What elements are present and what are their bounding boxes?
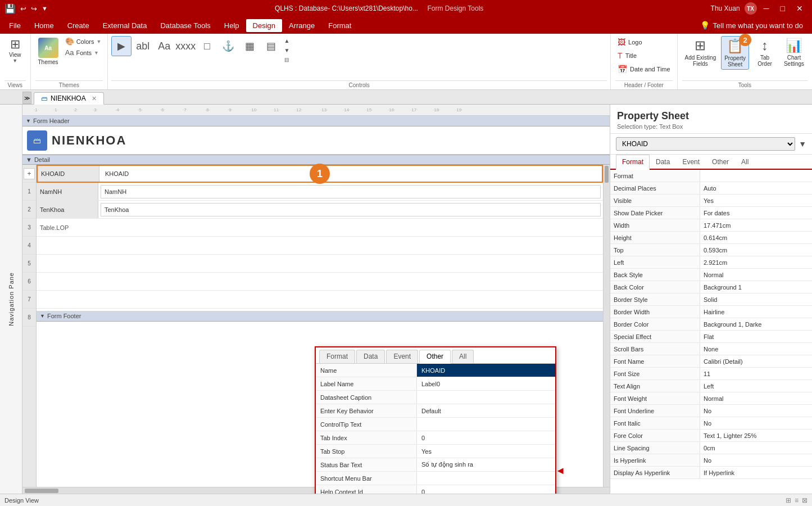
- hyperlink-ctrl-btn[interactable]: ⚓: [218, 36, 238, 56]
- undo-btn[interactable]: ↩: [20, 4, 26, 13]
- ps-tab-other[interactable]: Other: [706, 155, 735, 170]
- ps-row-13[interactable]: Special Effect Flat: [610, 331, 812, 343]
- redo-btn[interactable]: ↪: [31, 4, 37, 13]
- menu-create[interactable]: Create: [61, 19, 96, 32]
- themes-btn[interactable]: Aa Themes: [35, 36, 61, 67]
- popup-value-shortcut[interactable]: [417, 472, 555, 485]
- select-ctrl-btn[interactable]: ▶: [111, 36, 131, 56]
- menu-dbtools[interactable]: Database Tools: [153, 19, 217, 32]
- popup-value-enterkeyb[interactable]: Default: [417, 404, 555, 417]
- tab-ctrl-btn[interactable]: □: [197, 36, 217, 56]
- popup-value-tabidx[interactable]: 0: [417, 431, 555, 444]
- ps-row-18[interactable]: Font Weight Normal: [610, 392, 812, 405]
- ps-row-23[interactable]: Is Hyperlink No: [610, 454, 812, 467]
- customize-btn[interactable]: ▼: [42, 5, 48, 12]
- text-ctrl-btn[interactable]: abl: [133, 36, 153, 56]
- popup-row-labelname[interactable]: Label Name Label0: [316, 377, 555, 391]
- ps-value-11[interactable]: Hairline: [700, 306, 812, 318]
- add-field-btn[interactable]: +: [24, 168, 35, 179]
- ps-value-15[interactable]: Calibri (Detail): [700, 355, 812, 367]
- ps-value-17[interactable]: Left: [700, 380, 812, 392]
- ps-row-16[interactable]: Font Size 11: [610, 368, 812, 380]
- tab-order-btn[interactable]: ↕ TabOrder: [751, 36, 778, 69]
- ps-value-4[interactable]: 17.471cm: [700, 219, 812, 231]
- popup-tab-format[interactable]: Format: [319, 350, 355, 363]
- ps-row-15[interactable]: Font Name Calibri (Detail): [610, 355, 812, 368]
- popup-tab-data[interactable]: Data: [356, 350, 385, 363]
- ps-value-3[interactable]: For dates: [700, 207, 812, 219]
- ps-value-20[interactable]: No: [700, 417, 812, 429]
- ps-dropdown-btn[interactable]: ▼: [799, 139, 806, 148]
- popup-tab-other[interactable]: Other: [419, 350, 451, 364]
- ps-value-10[interactable]: Solid: [700, 293, 812, 305]
- field-value-khoaid-0[interactable]: KHOAID: [102, 167, 600, 180]
- ps-row-7[interactable]: Left 2.921cm: [610, 256, 812, 269]
- popup-value-labelname[interactable]: Label0: [417, 377, 555, 390]
- popup-value-caption[interactable]: [417, 391, 555, 404]
- ps-row-2[interactable]: Visible Yes: [610, 195, 812, 207]
- colors-btn[interactable]: 🎨 Colors ▼: [63, 36, 103, 47]
- logo-btn[interactable]: 🖼 Logo: [615, 36, 673, 48]
- ps-value-22[interactable]: 0cm: [700, 442, 812, 454]
- ps-value-5[interactable]: 0.614cm: [700, 232, 812, 243]
- add-existing-btn[interactable]: ⊞ Add ExistingFields: [682, 36, 719, 69]
- ps-value-16[interactable]: 11: [700, 368, 812, 379]
- ps-row-6[interactable]: Top 0.593cm: [610, 244, 812, 256]
- ps-value-1[interactable]: Auto: [700, 182, 812, 194]
- ps-value-12[interactable]: Background 1, Darke: [700, 318, 812, 330]
- ps-value-13[interactable]: Flat: [700, 331, 812, 342]
- ps-tab-event[interactable]: Event: [676, 155, 706, 170]
- ps-row-22[interactable]: Line Spacing 0cm: [610, 442, 812, 454]
- popup-row-shortcut[interactable]: Shortcut Menu Bar: [316, 472, 555, 485]
- popup-value-statusbar[interactable]: Số tự động sinh ra: [417, 458, 555, 471]
- menu-arrange[interactable]: Arrange: [282, 19, 321, 32]
- ps-value-8[interactable]: Normal: [700, 269, 812, 281]
- popup-value-tabstop[interactable]: Yes: [417, 445, 555, 458]
- ps-row-17[interactable]: Text Align Left: [610, 380, 812, 392]
- popup-value-helpctx[interactable]: 0: [417, 485, 555, 494]
- ps-value-21[interactable]: Text 1, Lighter 25%: [700, 430, 812, 441]
- ps-value-9[interactable]: Background 1: [700, 281, 812, 293]
- popup-value-tooltip[interactable]: [417, 418, 555, 431]
- menu-design[interactable]: Design: [246, 19, 282, 32]
- tab-nienkhoa[interactable]: 🗃 NIENKHOA ✕: [34, 92, 104, 105]
- controls-more-all[interactable]: ⊟: [282, 55, 291, 64]
- list-ctrl-btn[interactable]: ▤: [261, 36, 281, 56]
- popup-tab-event[interactable]: Event: [386, 350, 418, 363]
- ps-row-20[interactable]: Font Italic No: [610, 417, 812, 430]
- menu-format[interactable]: Format: [321, 19, 358, 32]
- ps-value-23[interactable]: No: [700, 454, 812, 466]
- popup-tab-all[interactable]: All: [452, 350, 474, 363]
- menu-home[interactable]: Home: [28, 19, 61, 32]
- fonts-btn[interactable]: Aa Fonts ▼: [63, 47, 103, 58]
- datetime-btn[interactable]: 📅 Date and Time: [615, 63, 673, 75]
- field-row-namnh[interactable]: NamNH NamNH: [37, 183, 603, 201]
- controls-more-down[interactable]: ▼: [282, 46, 291, 55]
- ps-row-10[interactable]: Border Style Solid: [610, 293, 812, 306]
- ps-value-7[interactable]: 2.921cm: [700, 256, 812, 268]
- popup-row-name[interactable]: Name KHOAID: [316, 364, 555, 377]
- label-ctrl-btn[interactable]: Aa: [154, 36, 174, 56]
- ps-value-0[interactable]: [700, 170, 812, 182]
- field-row-tenkhoa[interactable]: TenKhoa TenKhoa: [37, 201, 603, 219]
- ps-row-14[interactable]: Scroll Bars None: [610, 343, 812, 355]
- popup-value-name[interactable]: KHOAID: [417, 364, 555, 377]
- ps-row-19[interactable]: Font Underline No: [610, 405, 812, 417]
- ps-tab-all[interactable]: All: [735, 155, 755, 170]
- menu-file[interactable]: File: [2, 19, 28, 32]
- field-value-namnh[interactable]: NamNH: [101, 185, 601, 198]
- ps-dropdown[interactable]: KHOAID: [616, 137, 795, 151]
- ps-row-1[interactable]: Decimal Places Auto: [610, 182, 812, 195]
- ps-row-0[interactable]: Format: [610, 170, 812, 182]
- button-ctrl-btn[interactable]: xxxx: [175, 36, 196, 56]
- scrollbar-v[interactable]: [603, 165, 610, 487]
- view-dropdown-icon[interactable]: ▼: [12, 58, 17, 64]
- ps-row-21[interactable]: Fore Color Text 1, Lighter 25%: [610, 430, 812, 442]
- ps-row-12[interactable]: Border Color Background 1, Darke: [610, 318, 812, 331]
- ps-row-5[interactable]: Height 0.614cm: [610, 232, 812, 244]
- search-text[interactable]: Tell me what you want to do: [713, 21, 803, 30]
- tab-close-btn[interactable]: ✕: [92, 95, 97, 102]
- combo-ctrl-btn[interactable]: ▦: [239, 36, 260, 56]
- ps-row-3[interactable]: Show Date Picker For dates: [610, 207, 812, 219]
- ps-tab-format[interactable]: Format: [616, 155, 650, 170]
